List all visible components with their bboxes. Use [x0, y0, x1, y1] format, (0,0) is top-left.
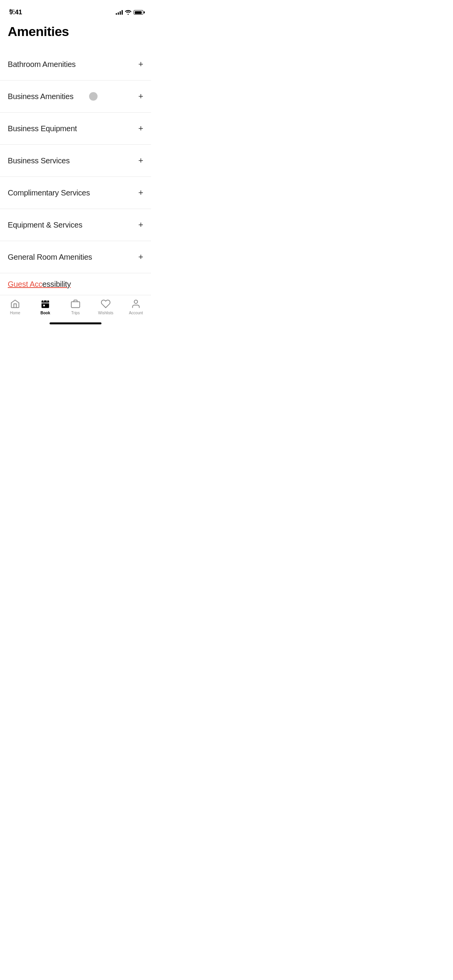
nav-item-account[interactable]: Account [121, 298, 151, 319]
nav-label-wishlists: Wishlists [98, 311, 113, 315]
amenity-item-business[interactable]: Business Amenities + [0, 81, 151, 113]
amenity-item-general-room[interactable]: General Room Amenities + [0, 241, 151, 273]
expand-icon: + [138, 91, 143, 101]
amenities-list: Bathroom Amenities + Business Amenities … [0, 48, 151, 295]
bottom-nav: Home Book Trips Wishlists [0, 295, 151, 327]
amenity-label: Business Equipment [8, 124, 77, 133]
content-area: ← Amenities Bathroom Amenities + Busines… [0, 0, 151, 295]
amenity-label: Business Amenities [8, 92, 74, 101]
nav-item-book[interactable]: Book [30, 298, 60, 319]
expand-icon: + [138, 59, 143, 69]
expand-icon: + [138, 123, 143, 134]
wishlists-icon [100, 298, 111, 309]
nav-item-trips[interactable]: Trips [60, 298, 91, 319]
amenity-label: Business Services [8, 156, 70, 165]
expand-icon: + [138, 188, 143, 198]
expand-icon: + [138, 220, 143, 230]
nav-label-trips: Trips [71, 311, 80, 315]
amenity-item-equipment[interactable]: Business Equipment + [0, 113, 151, 145]
home-indicator [50, 322, 101, 324]
amenity-label: Complimentary Services [8, 188, 90, 197]
amenity-label: Equipment & Services [8, 221, 82, 230]
amenity-label: Guest Accessibility [8, 280, 71, 289]
expand-icon: + [138, 252, 143, 262]
trips-icon [70, 298, 81, 309]
book-icon [40, 298, 51, 309]
nav-label-book: Book [41, 311, 50, 315]
back-button[interactable]: ← [0, 0, 151, 19]
nav-label-home: Home [10, 311, 21, 315]
ripple-indicator [89, 92, 98, 101]
account-icon [130, 298, 141, 309]
svg-point-3 [134, 300, 138, 303]
amenity-item-bathroom[interactable]: Bathroom Amenities + [0, 48, 151, 81]
nav-item-home[interactable]: Home [0, 298, 30, 319]
svg-rect-1 [43, 305, 45, 306]
amenity-item-services[interactable]: Business Services + [0, 145, 151, 177]
back-arrow-icon: ← [8, 5, 16, 15]
amenity-item-equip-services[interactable]: Equipment & Services + [0, 209, 151, 241]
home-icon [10, 298, 21, 309]
amenity-label: General Room Amenities [8, 253, 92, 262]
page-title: Amenities [0, 19, 151, 48]
expand-icon: + [138, 156, 143, 166]
nav-item-wishlists[interactable]: Wishlists [91, 298, 121, 319]
amenity-item-complimentary[interactable]: Complimentary Services + [0, 177, 151, 209]
nav-label-account: Account [129, 311, 143, 315]
amenity-item-guest-accessibility[interactable]: Guest Accessibility [0, 273, 151, 295]
svg-rect-0 [41, 300, 49, 308]
amenity-label: Bathroom Amenities [8, 60, 76, 69]
svg-rect-2 [71, 302, 80, 308]
